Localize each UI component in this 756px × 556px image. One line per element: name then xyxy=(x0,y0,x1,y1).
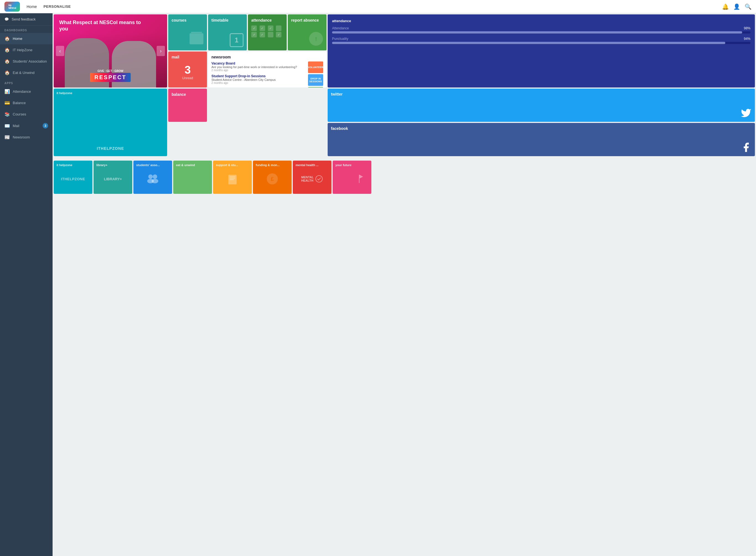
attendance-tile[interactable]: attendance ✓ ✓ ✓ ✓ ✓ ✓ xyxy=(248,14,287,50)
news-item-1: Vacancy Board Are you looking for part-t… xyxy=(212,62,323,73)
bottom-your-future[interactable]: your future xyxy=(333,161,371,194)
newsroom-tile[interactable]: newsroom Vacancy Board Are you looking f… xyxy=(208,51,327,88)
timetable-tile[interactable]: timetable 1 xyxy=(208,14,247,50)
notification-icon[interactable]: 🔔 xyxy=(722,3,729,10)
bottom-it-helpzone[interactable]: it helpzone ITHELPZONE xyxy=(54,161,92,194)
bottom-students-assoc[interactable]: students' asso... xyxy=(134,161,172,194)
facebook-tile[interactable]: facebook xyxy=(328,123,755,156)
svg-text:!: ! xyxy=(315,36,317,42)
nav-home[interactable]: Home xyxy=(27,4,37,9)
mental-health-logo: MENTALHEALTH xyxy=(301,176,313,182)
students-assoc-icon: 🏠 xyxy=(4,59,10,64)
it-helpzone-bottom-label: it helpzone xyxy=(56,163,90,167)
feedback-label: Send feedback xyxy=(12,17,36,21)
svg-rect-17 xyxy=(359,179,360,183)
dashboards-section-label: DASHBOARDS xyxy=(0,26,52,33)
attendance-stats-tile[interactable]: attendance Attendance 98% Punctuality 94… xyxy=(328,14,755,88)
bottom-funding-mon[interactable]: funding & mon... £ xyxy=(253,161,292,194)
it-helpzone-label: it helpzone xyxy=(56,91,164,95)
funding-mon-bottom-label: funding & mon... xyxy=(256,163,289,167)
sidebar-ithelpzone-label: IT HelpZone xyxy=(13,48,32,52)
mental-health-check-icon xyxy=(315,175,323,183)
sidebar-item-home[interactable]: 🏠 Home xyxy=(0,33,52,44)
report-absence-tile[interactable]: report absence ! xyxy=(288,14,327,50)
attendance-tile-label: attendance xyxy=(251,18,272,23)
sidebar-balance-label: Balance xyxy=(13,101,26,105)
news-item-2-desc: Student Advice Centre - Aberdeen City Ca… xyxy=(212,78,306,81)
home-icon: 🏠 xyxy=(4,36,10,41)
sidebar-item-newsroom[interactable]: 📰 Newsroom xyxy=(0,132,52,143)
news-item-1-time: 2 months ago xyxy=(212,69,306,72)
courses-tile[interactable]: courses xyxy=(168,14,207,50)
bottom-mental-health[interactable]: mental health ... MENTALHEALTH xyxy=(293,161,332,194)
app-logo[interactable]: MyNESCol xyxy=(4,2,20,12)
main-layout: 💬 Send feedback DASHBOARDS 🏠 Home 🏠 IT H… xyxy=(0,13,756,556)
twitter-icon xyxy=(741,107,752,118)
hero-text: What Respect at NESCol means to you xyxy=(59,20,142,32)
punctuality-stat-value: 94% xyxy=(744,37,751,41)
your-future-icon xyxy=(355,173,366,184)
carousel-prev-button[interactable]: ‹ xyxy=(56,46,64,56)
attendance-stat-label: Attendance xyxy=(332,26,349,30)
ithelpzone-icon: 🏠 xyxy=(4,47,10,53)
punctuality-stat-label: Punctuality xyxy=(332,37,348,41)
mail-count: 3 xyxy=(185,64,191,76)
it-helpzone-bottom-logo: ITHELPZONE xyxy=(61,177,85,181)
check-cell-empty xyxy=(276,26,281,31)
balance-tile-label: balance xyxy=(172,92,186,97)
check-cell: ✓ xyxy=(268,26,273,31)
eat-unwind-bottom-label: eat & unwind xyxy=(176,163,209,167)
bottom-eat-unwind[interactable]: eat & unwind xyxy=(173,161,212,194)
support-icon xyxy=(227,173,238,184)
send-feedback-button[interactable]: 💬 Send feedback xyxy=(0,13,52,26)
punctuality-bar xyxy=(332,42,725,44)
sidebar-item-ithelpzone[interactable]: 🏠 IT HelpZone xyxy=(0,44,52,56)
courses-tile-label: courses xyxy=(172,18,187,23)
nav-personalise[interactable]: PERSONALISE xyxy=(43,4,71,9)
sidebar-newsroom-label: Newsroom xyxy=(13,135,30,139)
newsroom-app-icon: 📰 xyxy=(4,135,10,140)
attendance-stat-value: 98% xyxy=(744,26,751,30)
sidebar-item-mail[interactable]: ✉️ Mail 3 xyxy=(0,120,52,132)
check-cell: ✓ xyxy=(276,32,281,37)
attendance-app-icon: 📊 xyxy=(4,89,10,94)
news-item-1-desc: Are you looking for part-time work or in… xyxy=(212,65,306,69)
bottom-support-stu[interactable]: support & stu... xyxy=(213,161,252,194)
sidebar-item-attendance[interactable]: 📊 Attendance xyxy=(0,86,52,97)
svg-rect-11 xyxy=(230,179,234,180)
timetable-tile-label: timetable xyxy=(212,18,228,23)
sidebar-mail-label: Mail xyxy=(13,124,20,128)
balance-tile[interactable]: balance xyxy=(168,89,207,122)
students-assoc-icon xyxy=(146,173,160,184)
svg-marker-16 xyxy=(360,175,363,179)
svg-point-4 xyxy=(148,174,153,179)
mail-tile[interactable]: mail 3 Unread xyxy=(168,51,207,88)
sidebar-item-eat-unwind[interactable]: 🏠 Eat & Unwind xyxy=(0,67,52,78)
attendance-stat-row: Attendance 98% xyxy=(332,26,751,34)
it-helpzone-tile[interactable]: it helpzone ITHELPZONE xyxy=(54,89,167,156)
svg-point-6 xyxy=(153,174,157,179)
news-item-3-title: Mental Health Matters at NESCol xyxy=(212,87,306,88)
balance-app-icon: 💳 xyxy=(4,100,10,105)
user-icon[interactable]: 👤 xyxy=(733,3,740,10)
hero-tile[interactable]: What Respect at NESCol means to you GIVE… xyxy=(54,14,167,88)
bottom-row: it helpzone ITHELPZONE library+ LIBRARY+… xyxy=(52,157,756,195)
library-bottom-label: library+ xyxy=(96,163,129,167)
search-icon[interactable]: 🔍 xyxy=(745,3,752,10)
sidebar: 💬 Send feedback DASHBOARDS 🏠 Home 🏠 IT H… xyxy=(0,13,52,556)
newsroom-items: Vacancy Board Are you looking for part-t… xyxy=(212,62,323,88)
news-item-2-time: 2 months ago xyxy=(212,81,306,84)
apps-section-label: APPS xyxy=(0,78,52,86)
punctuality-stat-row: Punctuality 94% xyxy=(332,37,751,44)
twitter-tile[interactable]: twitter xyxy=(328,89,755,122)
svg-rect-0 xyxy=(190,33,203,44)
report-absence-tile-label: report absence xyxy=(291,18,319,23)
eat-unwind-icon: 🏠 xyxy=(4,70,10,75)
news-item-2: Student Support Drop-in Sessions Student… xyxy=(212,74,323,86)
carousel-next-button[interactable]: › xyxy=(157,46,165,56)
main-content: What Respect at NESCol means to you GIVE… xyxy=(52,13,756,556)
bottom-library[interactable]: library+ LIBRARY+ xyxy=(93,161,132,194)
sidebar-item-students-association[interactable]: 🏠 Students' Association xyxy=(0,56,52,67)
sidebar-item-courses[interactable]: 📚 Courses xyxy=(0,109,52,120)
sidebar-item-balance[interactable]: 💳 Balance xyxy=(0,97,52,109)
